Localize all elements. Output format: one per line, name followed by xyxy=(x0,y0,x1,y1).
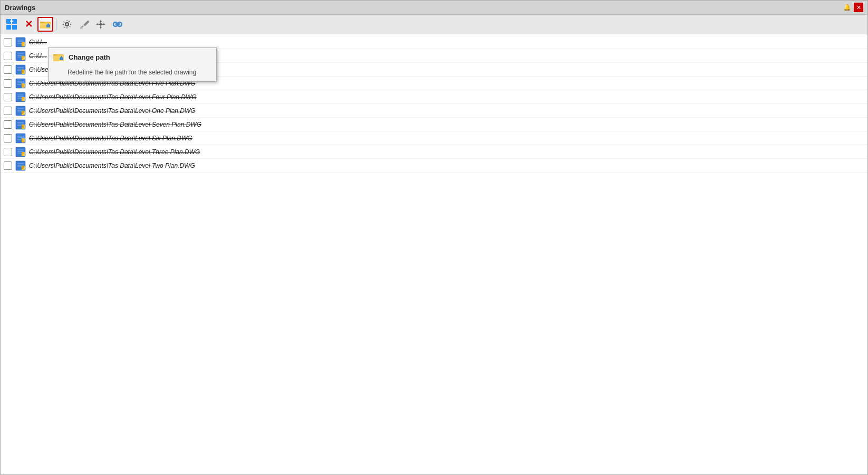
link-button[interactable] xyxy=(110,17,126,32)
drawing-file-icon xyxy=(15,119,26,130)
svg-rect-108 xyxy=(22,153,24,153)
link-icon xyxy=(112,19,123,30)
svg-rect-101 xyxy=(22,141,23,141)
drawing-checkbox[interactable] xyxy=(4,65,12,74)
svg-rect-109 xyxy=(22,154,24,154)
drawing-file-icon xyxy=(15,133,26,144)
svg-marker-14 xyxy=(81,25,84,27)
svg-rect-2 xyxy=(6,25,11,30)
svg-rect-92 xyxy=(22,127,23,128)
drawing-checkbox[interactable] xyxy=(4,38,12,46)
gear-icon xyxy=(62,19,72,30)
svg-rect-83 xyxy=(22,113,23,114)
svg-rect-36 xyxy=(22,43,24,43)
drawing-checkbox[interactable] xyxy=(4,79,12,88)
drawing-checkbox[interactable] xyxy=(4,120,12,129)
drawing-path: C:\Users\Public\Documents\Tas Data\Level… xyxy=(29,135,192,142)
svg-rect-56 xyxy=(22,72,23,73)
tooltip-folder-icon xyxy=(53,51,64,63)
drawing-checkbox[interactable] xyxy=(4,52,12,60)
drawing-checkbox[interactable] xyxy=(4,107,12,115)
drawing-file-icon xyxy=(15,37,26,48)
change-path-tooltip: Change path Redefine the file path for t… xyxy=(48,48,217,82)
svg-rect-13 xyxy=(83,20,89,26)
drawing-path: C:\U... xyxy=(29,39,47,46)
edit-button[interactable] xyxy=(76,17,92,32)
window-title: Drawings xyxy=(5,4,36,12)
svg-rect-74 xyxy=(22,100,23,100)
drawing-checkbox[interactable] xyxy=(4,148,12,156)
drawing-path: C:\Users\Public\Documents\Tas Data\Level… xyxy=(29,107,196,115)
drawing-path: C:\U... xyxy=(29,52,47,60)
drawing-file-icon xyxy=(15,106,26,116)
svg-rect-72 xyxy=(22,98,24,98)
drawing-file-icon xyxy=(15,78,26,89)
svg-rect-100 xyxy=(22,140,24,140)
svg-rect-54 xyxy=(22,70,24,71)
drawing-row: C:\Users\Public\Documents\Tas Data\Level… xyxy=(1,104,867,118)
svg-rect-65 xyxy=(22,86,23,87)
drawing-row: C:\Users\Public\Documents\Tas Data\Level… xyxy=(1,131,867,145)
drawing-file-icon xyxy=(15,147,26,157)
change-path-button[interactable] xyxy=(37,17,53,32)
svg-rect-47 xyxy=(22,59,23,59)
drawing-file-icon xyxy=(15,51,26,61)
svg-rect-46 xyxy=(22,58,24,58)
drawings-window: Drawings 🔔 ✕ ✕ xyxy=(0,0,868,475)
svg-rect-3 xyxy=(12,25,17,30)
drawing-row: C:\Users\Public\Documents\Tas Data\Level… xyxy=(1,159,867,173)
svg-rect-45 xyxy=(22,56,24,57)
svg-rect-110 xyxy=(22,155,23,155)
drawing-file-icon xyxy=(15,160,26,171)
drawing-path: C:\Users\Public\Documents\Tas Data\Level… xyxy=(29,93,197,101)
drawing-path: C:\Users\Public\Documents\Tas Data\Level… xyxy=(29,148,200,156)
svg-rect-25 xyxy=(115,23,120,25)
drawing-row: C:\Users\Public\Documents\Tas Data\Level… xyxy=(1,145,867,159)
title-bar: Drawings 🔔 ✕ xyxy=(1,1,867,15)
close-button[interactable]: ✕ xyxy=(854,3,863,12)
tooltip-title: Change path xyxy=(69,53,110,61)
svg-rect-5 xyxy=(11,20,12,23)
svg-rect-119 xyxy=(22,168,23,169)
drawing-file-icon xyxy=(15,92,26,102)
svg-rect-81 xyxy=(22,111,24,112)
drawing-path: C:\Users\Public\Documents\Tas Data\Level… xyxy=(29,121,201,128)
svg-rect-82 xyxy=(22,112,24,113)
delete-drawing-button[interactable]: ✕ xyxy=(21,17,36,32)
svg-point-12 xyxy=(65,23,69,26)
svg-rect-118 xyxy=(22,167,24,168)
tooltip-header: Change path xyxy=(49,48,216,66)
move-icon xyxy=(95,19,106,30)
svg-rect-64 xyxy=(22,85,24,86)
drawing-file-icon xyxy=(15,64,26,75)
drawing-checkbox[interactable] xyxy=(4,93,12,101)
svg-rect-91 xyxy=(22,126,24,127)
content-area: C:\U... C:\U... C:\Users\Public\Document… xyxy=(1,34,867,474)
settings-button[interactable] xyxy=(59,17,75,32)
svg-rect-63 xyxy=(22,84,24,84)
drawing-row: C:\Users\Public\Documents\Tas Data\Level… xyxy=(1,118,867,131)
svg-rect-8 xyxy=(40,22,44,23)
svg-rect-117 xyxy=(22,166,24,167)
pencil-icon xyxy=(79,19,89,30)
svg-rect-55 xyxy=(22,71,24,72)
svg-rect-37 xyxy=(22,44,24,44)
separator-1 xyxy=(56,18,56,30)
svg-rect-38 xyxy=(22,45,23,45)
folder-open-icon xyxy=(40,18,51,30)
svg-rect-90 xyxy=(22,125,24,126)
add-drawing-button[interactable] xyxy=(4,17,20,32)
add-icon xyxy=(6,18,17,30)
svg-rect-73 xyxy=(22,99,24,99)
drawing-row: C:\Users\Public\Documents\Tas Data\Level… xyxy=(1,90,867,104)
toolbar: ✕ xyxy=(1,15,867,34)
tooltip-description: Redefine the file path for the selected … xyxy=(49,66,216,81)
title-bar-controls: 🔔 ✕ xyxy=(842,3,863,12)
drawing-checkbox[interactable] xyxy=(4,162,12,170)
move-button[interactable] xyxy=(93,17,109,32)
delete-icon: ✕ xyxy=(25,20,33,29)
drawing-path: C:\Users\Public\Documents\Tas Data\Level… xyxy=(29,162,195,169)
drawing-checkbox[interactable] xyxy=(4,134,12,142)
svg-rect-99 xyxy=(22,139,24,139)
notification-button[interactable]: 🔔 xyxy=(842,3,852,12)
